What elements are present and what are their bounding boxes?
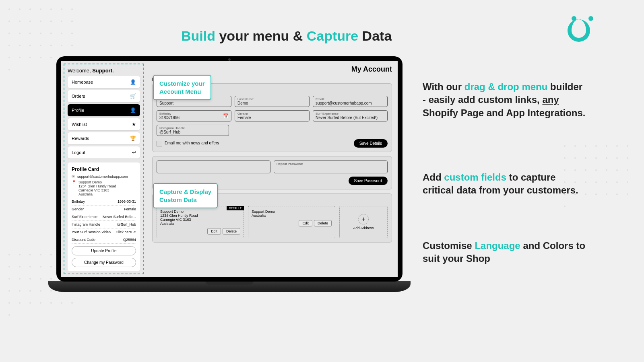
birthday-field[interactable]: Birthday31/03/1996📅 [157,110,231,121]
newsletter-label: Email me with news and offers [165,141,219,145]
delete-address-button[interactable]: Delete [223,228,240,234]
edit-address-button[interactable]: Edit [207,228,221,234]
edit-address-button[interactable]: Edit [299,220,312,226]
repeat-password-field[interactable]: Repeat Password: [274,160,388,173]
menu-wishlist[interactable]: Wishlist★ [68,118,140,130]
side-text-2: Add custom fields to capture critical da… [423,171,588,197]
address-2: Support Demo Australia EditDelete [248,206,335,238]
pin-icon: 📍 [72,180,76,184]
gender-field[interactable]: GenderFemale [235,110,310,121]
headline: Build your menu & Capture Data [181,28,392,44]
profile-email: ✉support@customerhubapp.com [72,175,136,179]
instagram-field[interactable]: Instagram Handle@Surf_Hub [157,125,229,136]
save-password-button[interactable]: Save Password [349,177,388,185]
pc-row: GenderFemale [72,206,136,213]
address-1: DEFAULT Support Demo 1234 Glen Huntly Ro… [157,206,244,238]
headline-build: Build [181,28,215,43]
password-field[interactable] [157,160,270,173]
save-details-button[interactable]: Save Details [354,139,388,148]
menu-orders[interactable]: Orders🛒 [68,90,140,102]
delete-address-button[interactable]: Delete [314,220,332,226]
pc-row: Discount CodeQ25864 [72,236,136,244]
account-sidebar: Welcome, Support. Homebase👤 Orders🛒 Prof… [64,64,144,274]
change-password-button[interactable]: Change my Password [72,258,136,267]
user-icon: 👤 [130,79,136,85]
brand-logo [568,16,596,44]
callout-customize-menu: Customize your Account Menu [153,75,211,100]
trophy-icon: 🏆 [130,136,136,141]
profile-card-title: Profile Card [72,167,136,172]
menu-homebase[interactable]: Homebase👤 [68,76,140,88]
headline-data: Data [358,28,392,43]
profile-address: 📍Support Demo1234 Glen Huntly RoadCarneg… [72,180,136,196]
welcome-text: Welcome, Support. [68,68,140,74]
menu-rewards[interactable]: Rewards🏆 [68,132,140,144]
menu-logout[interactable]: Logout↩ [68,146,140,158]
profile-card: Profile Card ✉support@customerhubapp.com… [68,162,140,271]
email-field[interactable]: Email:support@customerhubapp.com [313,96,388,107]
checkbox-icon [157,141,162,146]
app-screen: Welcome, Support. Homebase👤 Orders🛒 Prof… [61,61,398,277]
pc-row: Instagram Handle@Surf_Hub [72,221,136,228]
last-name-field[interactable]: Last Name:Demo [235,96,310,107]
page-title: My Account [152,65,392,74]
surf-experience-field[interactable]: Surf ExperienceNever Surfed Before (But … [313,110,388,121]
side-text-1: With our drag & drop menu builder - easi… [423,80,588,119]
headline-mid: your menu & [215,28,307,43]
headline-capture: Capture [307,28,358,43]
pc-row: Surf ExperienceNever Surfed Befo… [72,213,136,221]
pc-row: Your Surf Session VideoClick here ↗ [72,228,136,236]
cart-icon: 🛒 [130,93,136,99]
update-profile-button[interactable]: Update Profile [72,246,136,255]
star-icon: ★ [132,121,136,127]
add-address-button[interactable]: + Add Address [339,206,388,238]
logout-icon: ↩ [132,150,136,155]
default-badge: DEFAULT [227,206,244,210]
newsletter-checkbox-wrap[interactable]: Email me with news and offers [157,140,219,146]
calendar-icon: 📅 [223,113,229,119]
menu-profile[interactable]: Profile👤 [68,104,140,116]
laptop-frame: Welcome, Support. Homebase👤 Orders🛒 Prof… [48,56,411,306]
plus-icon: + [358,214,369,224]
user-icon: 👤 [130,107,136,113]
side-text-3: Customise Language and Colors to suit yo… [423,239,588,265]
pc-row: Birthday1996-03-31 [72,198,136,206]
callout-capture-data: Capture & Display Custom Data [153,183,218,208]
mail-icon: ✉ [72,175,75,179]
